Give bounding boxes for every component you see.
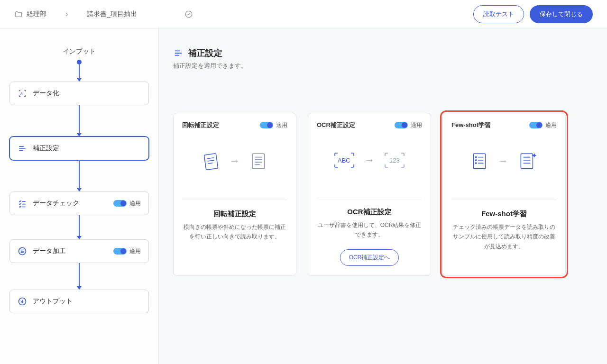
svg-point-10 xyxy=(476,160,477,161)
card-ocr-link[interactable]: OCR補正設定へ xyxy=(340,249,399,266)
breadcrumb-doc[interactable]: 請求書_項目抽出 xyxy=(87,10,137,18)
settings-cards: 回転補正設定 適用 → 回転補正設定 横向きの帳票や斜めになった帳票に補正を行い… xyxy=(173,113,593,276)
flow-node-process-label: データ加工 xyxy=(33,247,66,255)
rotation-illustration: → xyxy=(183,151,286,171)
checklist-icon xyxy=(18,199,27,208)
process-icon xyxy=(18,246,27,256)
card-fewshot-title: Few-shot学習 xyxy=(443,200,565,222)
read-test-button[interactable]: 読取テスト xyxy=(473,5,524,23)
folder-icon xyxy=(14,10,23,18)
correction-icon xyxy=(18,144,27,153)
card-fewshot-head: Few-shot学習 xyxy=(451,121,491,129)
svg-point-11 xyxy=(476,163,477,164)
ocr-illustration: ABC → 123 xyxy=(318,151,421,169)
svg-rect-5 xyxy=(252,154,264,169)
correction-icon xyxy=(173,48,184,58)
card-ocr-toggle[interactable]: 適用 xyxy=(395,121,422,129)
flow-node-data[interactable]: AI データ化 xyxy=(9,82,149,105)
flow-node-check[interactable]: データチェック 適用 xyxy=(9,191,149,215)
flow-node-process[interactable]: データ加工 適用 xyxy=(9,239,149,263)
flow-start-dot xyxy=(77,60,82,64)
edit-icon[interactable] xyxy=(184,10,193,18)
workflow-sidebar: インプット AI データ化 補正設定 データチェック 適用 データ加工 適用 ア… xyxy=(0,28,159,364)
arrow-right-icon: → xyxy=(498,155,508,167)
flow-node-data-label: データ化 xyxy=(33,89,59,98)
flow-node-check-toggle[interactable]: 適用 xyxy=(113,200,141,208)
breadcrumb-doc-label: 請求書_項目抽出 xyxy=(87,10,137,18)
section-subtitle: 補正設定を適用できます。 xyxy=(173,62,593,70)
breadcrumb-folder-label: 経理部 xyxy=(27,10,46,18)
flow-node-check-label: データチェック xyxy=(33,199,79,208)
flow-node-correction-label: 補正設定 xyxy=(33,144,59,153)
chevron-right-icon: › xyxy=(65,10,68,18)
flow-node-correction[interactable]: 補正設定 xyxy=(9,136,149,160)
svg-text:123: 123 xyxy=(389,157,400,164)
breadcrumb: 経理部 › 請求書_項目抽出 xyxy=(14,10,193,18)
download-icon xyxy=(18,297,27,306)
flow-node-output[interactable]: アウトプット xyxy=(9,290,149,313)
svg-text:ABC: ABC xyxy=(338,157,350,164)
arrow-right-icon: → xyxy=(230,155,240,167)
section-title: 補正設定 xyxy=(173,47,593,59)
card-fewshot[interactable]: Few-shot学習 適用 → Few-shot学習 チェック済みの帳票データを… xyxy=(442,113,566,276)
arrow-right-icon: → xyxy=(364,154,375,166)
card-ocr-title: OCR補正設定 xyxy=(308,198,431,220)
card-rotation-desc: 横向きの帳票や斜めになった帳票に補正を行い正しい向きで読み取ります。 xyxy=(174,222,296,251)
svg-rect-12 xyxy=(521,154,533,168)
main-content: 補正設定 補正設定を適用できます。 回転補正設定 適用 → 回転補正設定 xyxy=(159,28,607,364)
app-header: 経理部 › 請求書_項目抽出 読取テスト 保存して閉じる xyxy=(0,0,607,28)
breadcrumb-folder[interactable]: 経理部 xyxy=(14,10,46,18)
svg-point-9 xyxy=(476,157,477,158)
card-rotation-title: 回転補正設定 xyxy=(174,200,296,222)
card-ocr[interactable]: OCR補正設定 適用 ABC → 123 OCR補正設定 ユーザ辞書を使用して、… xyxy=(308,113,431,276)
card-fewshot-desc: チェック済みの帳票データを読み取りのサンプルに使用して読み取り精度の改善が見込め… xyxy=(443,222,565,261)
svg-rect-8 xyxy=(473,154,485,169)
card-rotation[interactable]: 回転補正設定 適用 → 回転補正設定 横向きの帳票や斜めになった帳票に補正を行い… xyxy=(173,113,296,276)
header-actions: 読取テスト 保存して閉じる xyxy=(473,5,593,23)
flow-node-output-label: アウトプット xyxy=(33,297,73,306)
card-ocr-head: OCR補正設定 xyxy=(317,121,355,129)
svg-rect-4 xyxy=(204,154,218,170)
flow-input-label: インプット xyxy=(9,47,149,56)
card-ocr-desc: ユーザ辞書を使用して、OCR結果を修正できます。 xyxy=(308,220,431,249)
svg-text:AI: AI xyxy=(20,92,23,95)
save-close-button[interactable]: 保存して閉じる xyxy=(530,5,593,23)
card-rotation-head: 回転補正設定 xyxy=(182,121,219,129)
card-rotation-toggle[interactable]: 適用 xyxy=(260,121,287,129)
ai-icon: AI xyxy=(18,89,27,98)
fewshot-illustration: → xyxy=(452,151,556,171)
flow-node-process-toggle[interactable]: 適用 xyxy=(113,247,141,255)
card-fewshot-toggle[interactable]: 適用 xyxy=(529,121,557,129)
